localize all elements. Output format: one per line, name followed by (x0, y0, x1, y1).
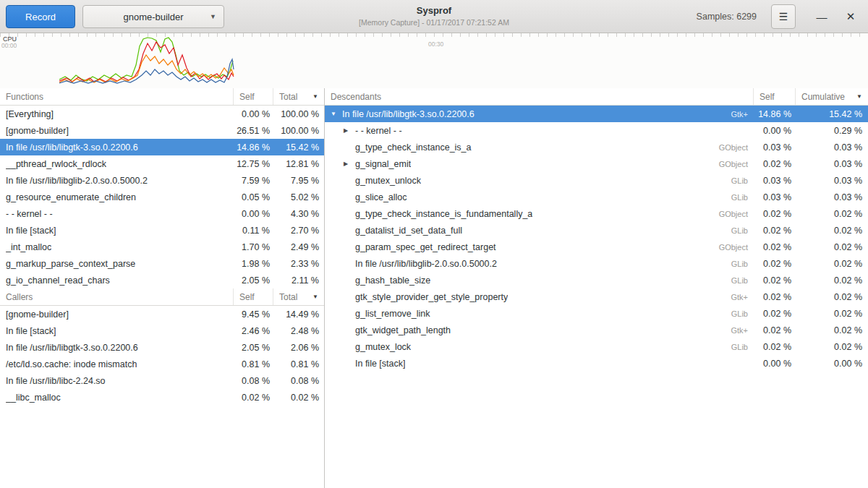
close-button[interactable]: ✕ (841, 4, 861, 29)
table-row[interactable]: [Everything]0.00 %100.00 % (0, 106, 324, 122)
record-button[interactable]: Record (6, 5, 75, 28)
cumulative-percent: 0.03 % (796, 142, 868, 153)
self-percent: 0.00 % (234, 209, 273, 219)
table-row[interactable]: g_mutex_unlockGLib0.03 %0.03 % (325, 172, 868, 189)
table-row[interactable]: g_slice_allocGLib0.03 %0.03 % (325, 189, 868, 205)
table-row[interactable]: g_io_channel_read_chars2.05 %2.11 % (0, 272, 324, 288)
symbol-name: g_type_check_instance_is_a (355, 142, 472, 153)
chevron-down-icon: ▼ (210, 13, 216, 20)
total-percent: 7.95 % (273, 176, 324, 186)
expand-expander-icon[interactable]: ▶ (344, 127, 355, 134)
table-row[interactable]: g_resource_enumerate_children0.05 %5.02 … (0, 189, 324, 205)
symbol-name: In file [stack] (6, 326, 56, 336)
symbol-name: g_slice_alloc (355, 192, 407, 202)
self-percent: 0.02 % (754, 309, 796, 319)
symbol-name: g_signal_emit (355, 159, 411, 169)
samples-count: Samples: 6299 (697, 12, 757, 22)
library-tag: Gtk+ (725, 110, 748, 119)
symbol-name: - - kernel - - (355, 126, 402, 136)
table-row[interactable]: In file /usr/lib/libglib-2.0.so.0.5000.2… (0, 172, 324, 189)
collapse-expander-icon[interactable]: ▼ (331, 111, 342, 117)
total-percent: 15.42 % (273, 142, 324, 153)
column-header-self[interactable]: Self (754, 88, 796, 105)
self-percent: 0.00 % (754, 359, 796, 369)
table-row[interactable]: ▼In file /usr/lib/libgtk-3.so.0.2200.6Gt… (325, 106, 868, 122)
window-title-area: Sysprof [Memory Capture] - 01/17/2017 07… (217, 5, 651, 27)
symbol-name: In file /usr/lib/libc-2.24.so (6, 376, 106, 386)
cumulative-percent: 0.02 % (796, 259, 868, 269)
table-row[interactable]: In file /usr/lib/libglib-2.0.so.0.5000.2… (325, 255, 868, 272)
descendants-table-header: Descendants Self Cumulative ▼ (325, 88, 868, 106)
table-row[interactable]: g_param_spec_get_redirect_targetGObject0… (325, 239, 868, 255)
column-header-functions[interactable]: Functions (0, 88, 234, 105)
library-tag: GLib (726, 309, 748, 318)
table-row[interactable]: _int_malloc1.70 %2.49 % (0, 239, 324, 255)
table-row[interactable]: In file [stack]0.11 %2.70 % (0, 222, 324, 239)
table-row[interactable]: g_type_check_instance_is_fundamentally_a… (325, 205, 868, 222)
sort-arrow-icon: ▼ (856, 93, 862, 100)
total-percent: 0.81 % (273, 359, 324, 369)
table-row[interactable]: gtk_style_provider_get_style_propertyGtk… (325, 288, 868, 305)
left-panel: Functions Self Total ▼ [Everything]0.00 … (0, 88, 325, 488)
minimize-button[interactable]: — (812, 4, 832, 29)
table-row[interactable]: [gnome-builder]26.51 %100.00 % (0, 122, 324, 139)
hamburger-menu-button[interactable]: ☰ (771, 4, 796, 29)
table-row[interactable]: g_hash_table_sizeGLib0.02 %0.02 % (325, 272, 868, 288)
symbol-name: g_mutex_lock (355, 342, 411, 352)
self-percent: 0.02 % (754, 209, 796, 219)
column-header-total[interactable]: Total ▼ (273, 88, 324, 105)
self-percent: 0.03 % (754, 192, 796, 202)
table-row[interactable]: ▶- - kernel - -0.00 %0.29 % (325, 122, 868, 139)
self-percent: 0.00 % (754, 126, 796, 136)
column-header-total[interactable]: Total ▼ (273, 288, 324, 305)
table-row[interactable]: g_datalist_id_set_data_fullGLib0.02 %0.0… (325, 222, 868, 239)
symbol-name: In file /usr/lib/libglib-2.0.so.0.5000.2 (6, 176, 148, 186)
table-row[interactable]: ▶g_signal_emitGObject0.02 %0.03 % (325, 155, 868, 172)
table-row[interactable]: __pthread_rwlock_rdlock12.75 %12.81 % (0, 155, 324, 172)
self-percent: 26.51 % (234, 126, 273, 136)
process-selector-dropdown[interactable]: gnome-builder ▼ (82, 5, 224, 28)
self-percent: 14.86 % (234, 142, 273, 153)
table-row[interactable]: In file /usr/lib/libgtk-3.so.0.2200.614.… (0, 139, 324, 155)
table-row[interactable]: g_type_check_instance_is_aGObject0.03 %0… (325, 139, 868, 155)
cumulative-percent: 15.42 % (796, 109, 868, 119)
table-row[interactable]: In file [stack]2.46 %2.48 % (0, 322, 324, 339)
table-row[interactable]: In file /usr/lib/libc-2.24.so0.08 %0.08 … (0, 372, 324, 389)
cumulative-percent: 0.02 % (796, 242, 868, 252)
table-row[interactable]: g_mutex_lockGLib0.02 %0.02 % (325, 338, 868, 355)
functions-table-header: Functions Self Total ▼ (0, 88, 324, 106)
symbol-name: In file /usr/lib/libgtk-3.so.0.2200.6 (6, 343, 138, 353)
total-percent: 4.30 % (273, 209, 324, 219)
column-header-callers[interactable]: Callers (0, 288, 234, 305)
table-row[interactable]: /etc/ld.so.cache: inode mismatch0.81 %0.… (0, 356, 324, 372)
table-row[interactable]: In file /usr/lib/libgtk-3.so.0.2200.62.0… (0, 339, 324, 356)
cumulative-percent: 0.02 % (796, 292, 868, 302)
table-row[interactable]: - - kernel - -0.00 %4.30 % (0, 205, 324, 222)
symbol-name: gtk_widget_path_length (355, 325, 451, 335)
table-row[interactable]: gtk_widget_path_lengthGtk+0.02 %0.02 % (325, 322, 868, 338)
library-tag: GLib (726, 193, 748, 202)
table-row[interactable]: g_list_remove_linkGLib0.02 %0.02 % (325, 305, 868, 322)
table-row[interactable]: [gnome-builder]9.45 %14.49 % (0, 306, 324, 322)
table-row[interactable]: In file [stack]0.00 %0.00 % (325, 355, 868, 372)
total-percent: 2.70 % (273, 226, 324, 236)
symbol-name: g_type_check_instance_is_fundamentally_a (355, 209, 532, 219)
cpu-timeline-graph[interactable]: CPU 00:00 00:30 (0, 33, 868, 88)
column-header-self[interactable]: Self (234, 288, 273, 305)
cumulative-percent: 0.02 % (796, 342, 868, 352)
column-header-cumulative-label: Cumulative (801, 92, 845, 102)
table-row[interactable]: __libc_malloc0.02 %0.02 % (0, 389, 324, 406)
symbol-name: g_resource_enumerate_children (6, 192, 136, 202)
library-tag: GLib (726, 343, 748, 351)
self-percent: 0.08 % (234, 376, 273, 386)
expand-expander-icon[interactable]: ▶ (344, 160, 355, 167)
column-header-descendants[interactable]: Descendants (325, 88, 754, 105)
self-percent: 0.81 % (234, 359, 273, 369)
self-percent: 0.02 % (754, 259, 796, 269)
sort-arrow-icon: ▼ (312, 93, 318, 100)
table-row[interactable]: g_markup_parse_context_parse1.98 %2.33 % (0, 255, 324, 272)
total-percent: 100.00 % (273, 109, 324, 119)
cpu-usage-lines (0, 33, 868, 88)
column-header-cumulative[interactable]: Cumulative ▼ (796, 88, 868, 105)
column-header-self[interactable]: Self (234, 88, 273, 105)
